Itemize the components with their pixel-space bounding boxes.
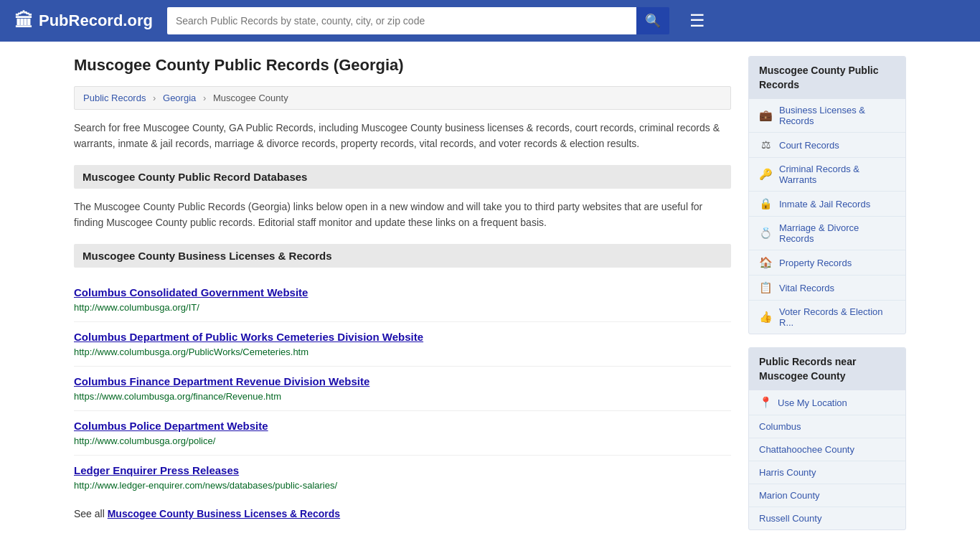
- sidebar-item-label: Voter Records & Election R...: [779, 306, 895, 328]
- nearby-item-marion[interactable]: Marion County: [749, 484, 905, 507]
- breadcrumb-current: Muscogee County: [213, 93, 288, 103]
- thumbs-up-icon: 👍: [759, 311, 772, 324]
- sidebar-item-voter[interactable]: 👍 Voter Records & Election R...: [749, 301, 905, 334]
- search-bar: 🔍: [167, 7, 669, 34]
- sidebar-item-label: Property Records: [779, 258, 852, 268]
- search-input[interactable]: [167, 7, 636, 34]
- page-description: Search for free Muscogee County, GA Publ…: [74, 120, 731, 152]
- sidebar-item-label: Court Records: [779, 140, 839, 151]
- sidebar-item-vital[interactable]: 📋 Vital Records: [749, 276, 905, 301]
- sidebar-item-marriage[interactable]: 💍 Marriage & Divorce Records: [749, 217, 905, 250]
- menu-icon: ☰: [689, 11, 705, 30]
- record-url: http://www.columbusga.org/police/: [74, 435, 215, 446]
- sidebar-item-inmate[interactable]: 🔒 Inmate & Jail Records: [749, 192, 905, 217]
- sidebar-nearby-box: Public Records near Muscogee County 📍 Us…: [748, 347, 906, 530]
- record-title[interactable]: Columbus Finance Department Revenue Divi…: [74, 375, 369, 387]
- sidebar-item-property[interactable]: 🏠 Property Records: [749, 250, 905, 276]
- breadcrumb-sep-1: ›: [153, 93, 156, 103]
- sidebar-item-court[interactable]: ⚖ Court Records: [749, 133, 905, 158]
- nearby-item-harris[interactable]: Harris County: [749, 461, 905, 484]
- nearby-item-chattahoochee[interactable]: Chattahoochee County: [749, 438, 905, 461]
- see-all-section: See all Muscogee County Business License…: [74, 508, 731, 519]
- breadcrumb-link-public-records[interactable]: Public Records: [83, 93, 146, 103]
- sidebar-nearby-title: Public Records near Muscogee County: [749, 348, 905, 390]
- ring-icon: 💍: [759, 227, 772, 240]
- record-entry: Columbus Department of Public Works Ceme…: [74, 322, 731, 367]
- record-entry: Columbus Consolidated Government Website…: [74, 278, 731, 322]
- key-icon: 🔑: [759, 168, 772, 181]
- record-title[interactable]: Columbus Police Department Website: [74, 420, 268, 432]
- sidebar-item-label: Business Licenses & Records: [779, 105, 895, 126]
- house-icon: 🏠: [759, 256, 772, 269]
- record-title[interactable]: Ledger Enquirer Press Releases: [74, 464, 239, 476]
- use-location-item[interactable]: 📍 Use My Location: [749, 390, 905, 415]
- scales-icon: ⚖: [759, 138, 772, 151]
- search-icon: 🔍: [645, 14, 661, 28]
- page-wrapper: Muscogee County Public Records (Georgia)…: [60, 42, 920, 551]
- record-url: http://www.ledger-enquirer.com/news/data…: [74, 480, 337, 491]
- business-records-list: Columbus Consolidated Government Website…: [74, 278, 731, 499]
- nearby-item-columbus[interactable]: Columbus: [749, 415, 905, 438]
- page-title: Muscogee County Public Records (Georgia): [74, 56, 731, 75]
- main-content: Muscogee County Public Records (Georgia)…: [74, 56, 731, 543]
- breadcrumb-link-georgia[interactable]: Georgia: [163, 93, 196, 103]
- sidebar-item-label: Vital Records: [779, 283, 834, 293]
- record-url: https://www.columbusga.org/finance/Reven…: [74, 391, 281, 402]
- sidebar-item-label: Marriage & Divorce Records: [779, 222, 895, 244]
- breadcrumb-sep-2: ›: [203, 93, 206, 103]
- menu-button[interactable]: ☰: [684, 8, 711, 34]
- logo-icon: 🏛: [14, 10, 33, 32]
- sidebar-item-business[interactable]: 💼 Business Licenses & Records: [749, 99, 905, 133]
- sidebar-item-label: Inmate & Jail Records: [779, 199, 870, 209]
- see-all-link[interactable]: Muscogee County Business Licenses & Reco…: [108, 508, 340, 519]
- record-entry: Columbus Police Department Website http:…: [74, 411, 731, 456]
- record-entry: Ledger Enquirer Press Releases http://ww…: [74, 456, 731, 499]
- clipboard-icon: 📋: [759, 281, 772, 294]
- databases-section-header: Muscogee County Public Record Databases: [74, 165, 731, 189]
- breadcrumb: Public Records › Georgia › Muscogee Coun…: [74, 86, 731, 110]
- location-pin-icon: 📍: [759, 396, 772, 409]
- briefcase-icon: 💼: [759, 109, 772, 122]
- record-url: http://www.columbusga.org/PublicWorks/Ce…: [74, 347, 308, 357]
- record-entry: Columbus Finance Department Revenue Divi…: [74, 367, 731, 411]
- sidebar-item-criminal[interactable]: 🔑 Criminal Records & Warrants: [749, 158, 905, 192]
- lock-icon: 🔒: [759, 197, 772, 210]
- sidebar-item-label: Criminal Records & Warrants: [779, 164, 895, 185]
- search-button[interactable]: 🔍: [636, 7, 669, 34]
- sidebar: Muscogee County Public Records 💼 Busines…: [748, 56, 906, 543]
- site-header: 🏛 PubRecord.org 🔍 ☰: [0, 0, 980, 42]
- record-title[interactable]: Columbus Department of Public Works Ceme…: [74, 331, 423, 343]
- logo-text: PubRecord.org: [39, 11, 153, 30]
- nearby-item-russell[interactable]: Russell County: [749, 507, 905, 529]
- site-logo[interactable]: 🏛 PubRecord.org: [14, 10, 153, 32]
- sidebar-public-records-title: Muscogee County Public Records: [749, 57, 905, 99]
- see-all-text: See all: [74, 508, 108, 519]
- record-title[interactable]: Columbus Consolidated Government Website: [74, 286, 308, 298]
- business-section-header: Muscogee County Business Licenses & Reco…: [74, 244, 731, 268]
- databases-description: The Muscogee County Public Records (Geor…: [74, 199, 731, 231]
- use-location-label: Use My Location: [778, 397, 847, 408]
- sidebar-public-records-box: Muscogee County Public Records 💼 Busines…: [748, 56, 906, 334]
- record-url: http://www.columbusga.org/IT/: [74, 302, 199, 313]
